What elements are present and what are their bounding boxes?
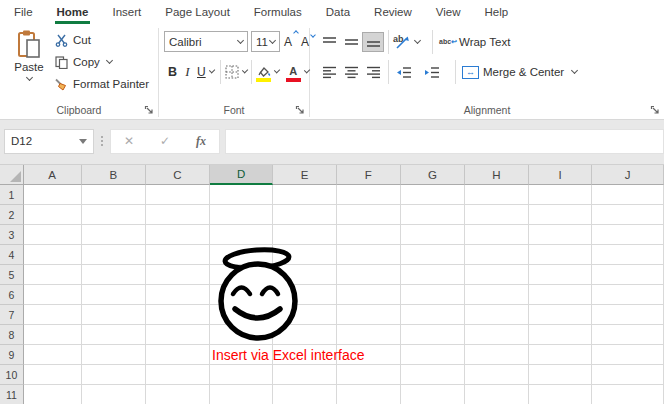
row-header-5[interactable]: 5: [0, 265, 24, 285]
cell-H3[interactable]: [465, 225, 529, 245]
cell-F7[interactable]: [337, 305, 401, 325]
cell-C11[interactable]: [146, 385, 210, 404]
cell-I10[interactable]: [529, 365, 593, 385]
cell-B5[interactable]: [82, 265, 147, 285]
cell-C9[interactable]: [146, 345, 210, 365]
cell-E3[interactable]: [273, 225, 337, 245]
cell-B2[interactable]: [82, 205, 147, 225]
shrink-font-button[interactable]: A: [301, 35, 309, 49]
cell-H4[interactable]: [465, 245, 529, 265]
cell-F8[interactable]: [337, 325, 401, 345]
bold-button[interactable]: B: [165, 62, 180, 82]
cell-H1[interactable]: [465, 185, 529, 205]
cell-G2[interactable]: [401, 205, 466, 225]
cell-J6[interactable]: [592, 285, 664, 305]
row-header-4[interactable]: 4: [0, 245, 24, 265]
cell-B3[interactable]: [82, 225, 147, 245]
column-header-A[interactable]: A: [24, 165, 82, 185]
format-painter-button[interactable]: Format Painter: [53, 73, 149, 95]
column-header-F[interactable]: F: [337, 165, 401, 185]
tab-review[interactable]: Review: [362, 0, 424, 24]
cell-A7[interactable]: [24, 305, 82, 325]
cell-I4[interactable]: [529, 245, 593, 265]
cell-F5[interactable]: [337, 265, 401, 285]
alignment-dialog-launcher-icon[interactable]: [649, 104, 661, 116]
cell-I11[interactable]: [529, 385, 593, 404]
cell-J7[interactable]: [592, 305, 664, 325]
cell-I6[interactable]: [529, 285, 593, 305]
font-size-chevron[interactable]: [269, 36, 276, 43]
cell-B9[interactable]: [82, 345, 147, 365]
align-left-button[interactable]: [318, 62, 340, 82]
row-header-6[interactable]: 6: [0, 285, 24, 305]
enter-icon[interactable]: ✓: [160, 134, 170, 148]
underline-button[interactable]: U: [195, 62, 216, 82]
cell-B11[interactable]: [82, 385, 147, 404]
cell-C8[interactable]: [146, 325, 210, 345]
cell-I3[interactable]: [529, 225, 593, 245]
tab-view[interactable]: View: [424, 0, 473, 24]
cell-H5[interactable]: [465, 265, 529, 285]
orientation-button[interactable]: ab: [393, 33, 420, 51]
cell-G6[interactable]: [401, 285, 466, 305]
row-header-7[interactable]: 7: [0, 305, 24, 325]
italic-button[interactable]: I: [180, 62, 195, 82]
cell-G3[interactable]: [401, 225, 466, 245]
cell-C5[interactable]: [146, 265, 210, 285]
column-header-J[interactable]: J: [592, 165, 664, 185]
cell-G10[interactable]: [401, 365, 466, 385]
align-right-button[interactable]: [362, 62, 384, 82]
cancel-icon[interactable]: ✕: [124, 134, 134, 148]
clipboard-dialog-launcher-icon[interactable]: [143, 104, 155, 116]
cell-A8[interactable]: [24, 325, 82, 345]
cell-E10[interactable]: [273, 365, 337, 385]
cell-J4[interactable]: [592, 245, 664, 265]
decrease-indent-button[interactable]: [393, 62, 415, 82]
cell-C3[interactable]: [146, 225, 210, 245]
cell-G4[interactable]: [401, 245, 466, 265]
cell-C1[interactable]: [146, 185, 210, 205]
column-header-B[interactable]: B: [82, 165, 147, 185]
cell-C4[interactable]: [146, 245, 210, 265]
underline-chevron[interactable]: [209, 67, 216, 74]
cell-D2[interactable]: [210, 205, 274, 225]
borders-chevron[interactable]: [242, 67, 249, 74]
formula-input[interactable]: [225, 129, 664, 154]
wrap-text-button[interactable]: ab c↩ Wrap Text: [439, 36, 510, 48]
cell-F4[interactable]: [337, 245, 401, 265]
cell-I2[interactable]: [529, 205, 593, 225]
font-name-combobox[interactable]: Calibri: [164, 31, 248, 52]
tab-insert[interactable]: Insert: [100, 0, 153, 24]
paste-dropdown-chevron[interactable]: [25, 74, 32, 81]
cell-A1[interactable]: [24, 185, 82, 205]
cell-H10[interactable]: [465, 365, 529, 385]
cell-H6[interactable]: [465, 285, 529, 305]
cell-C6[interactable]: [146, 285, 210, 305]
cell-G11[interactable]: [401, 385, 466, 404]
cell-E1[interactable]: [273, 185, 337, 205]
tab-data[interactable]: Data: [314, 0, 362, 24]
row-header-8[interactable]: 8: [0, 325, 24, 345]
cell-D3[interactable]: [210, 225, 274, 245]
column-header-G[interactable]: G: [401, 165, 466, 185]
font-dialog-launcher-icon[interactable]: [294, 104, 306, 116]
cell-F2[interactable]: [337, 205, 401, 225]
font-name-chevron[interactable]: [237, 36, 244, 43]
paste-button[interactable]: Paste: [7, 29, 51, 95]
cell-I8[interactable]: [529, 325, 593, 345]
tab-page-layout[interactable]: Page Layout: [153, 0, 242, 24]
cell-I1[interactable]: [529, 185, 593, 205]
cell-F3[interactable]: [337, 225, 401, 245]
cell-D11[interactable]: [210, 385, 274, 404]
increase-indent-button[interactable]: [421, 62, 443, 82]
cell-H8[interactable]: [465, 325, 529, 345]
tab-home[interactable]: Home: [45, 0, 101, 24]
cut-button[interactable]: Cut: [53, 29, 149, 51]
cell-J5[interactable]: [592, 265, 664, 285]
cell-B7[interactable]: [82, 305, 147, 325]
cell-B10[interactable]: [82, 365, 147, 385]
top-align-button[interactable]: [318, 32, 340, 52]
cell-E11[interactable]: [273, 385, 337, 404]
cell-J8[interactable]: [592, 325, 664, 345]
cell-C10[interactable]: [146, 365, 210, 385]
